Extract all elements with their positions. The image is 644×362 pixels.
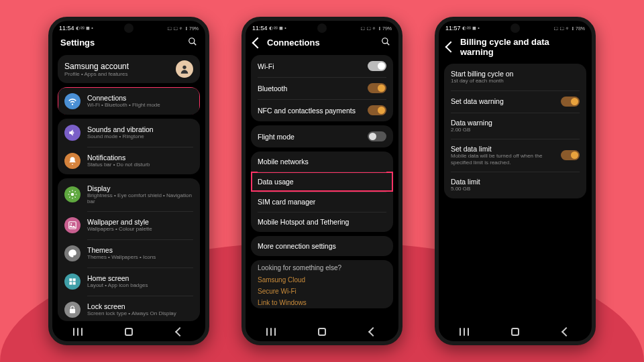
svg-rect-9 (70, 309, 75, 313)
status-time: 11:54 ◐ ✉ ◼ • (59, 25, 93, 32)
nav-recent[interactable] (68, 326, 88, 337)
settings-row-mobile-hotspot-and-tethering[interactable]: Mobile Hotspot and Tethering (251, 212, 393, 232)
phone-0: 11:54 ◐ ✉ ◼ •⬚ ⬚ ᯤ ⫿ 79%SettingsSamsung … (48, 17, 209, 345)
nav-home[interactable] (505, 326, 525, 337)
back-icon[interactable] (445, 42, 456, 53)
settings-row-more-connection-settings[interactable]: More connection settings (251, 236, 393, 256)
settings-row-data-limit[interactable]: Data limit5.00 GB (444, 172, 586, 198)
settings-row-nfc-and-contactless-payments[interactable]: NFC and contactless payments (251, 99, 393, 121)
row-sub: Wi-Fi • Bluetooth • Flight mode (87, 102, 193, 109)
row-title: Set data limit (451, 145, 554, 153)
row-sub: 5.00 GB (451, 186, 580, 192)
settings-row-data-warning[interactable]: Data warning2.00 GB (444, 113, 586, 139)
settings-group: Sounds and vibrationSound mode • Rington… (58, 119, 200, 174)
lock-icon (64, 302, 80, 318)
settings-row-sim-card-manager[interactable]: SIM card manager (251, 192, 393, 212)
nav-back[interactable] (556, 326, 576, 337)
toggle[interactable] (561, 97, 580, 107)
settings-row-sounds-and-vibration[interactable]: Sounds and vibrationSound mode • Rington… (58, 119, 200, 147)
search-icon[interactable] (381, 37, 390, 48)
settings-row-set-data-limit[interactable]: Set data limitMobile data will be turned… (444, 139, 586, 172)
themes-icon (64, 245, 80, 261)
svg-rect-7 (69, 282, 72, 285)
row-sub: Layout • App icon badges (87, 282, 193, 289)
settings-row-themes[interactable]: ThemesThemes • Wallpapers • Icons (58, 239, 200, 267)
settings-group: DisplayBrightness • Eye comfort shield •… (58, 178, 200, 321)
display-icon (64, 186, 80, 202)
settings-group: Wi-FiBluetoothNFC and contactless paymen… (251, 55, 393, 121)
nav-home[interactable] (312, 326, 332, 337)
toggle[interactable] (368, 131, 386, 141)
settings-row-set-data-warning[interactable]: Set data warning (444, 90, 586, 113)
phone-2: 11:57 ◐ ✉ ◼ •⬚ ⬚ ᯤ ⫿ 78%Billing cycle an… (435, 17, 596, 345)
settings-row-wi-fi[interactable]: Wi-Fi (251, 55, 393, 77)
toggle[interactable] (368, 105, 386, 115)
nav-bar (52, 321, 205, 341)
row-title: Data limit (451, 178, 580, 186)
row-title: Mobile networks (258, 158, 386, 166)
settings-group: Start billing cycle on1st day of each mo… (444, 64, 586, 198)
back-icon[interactable] (252, 37, 264, 48)
help-link[interactable]: Link to Windows (251, 297, 393, 308)
wallpaper-icon (64, 217, 80, 233)
status-right: ⬚ ⬚ ᯤ ⫿ 79% (360, 26, 392, 31)
toggle[interactable] (561, 150, 580, 160)
help-link[interactable]: Samsung Cloud (251, 274, 393, 286)
settings-row-connections[interactable]: ConnectionsWi-Fi • Bluetooth • Flight mo… (58, 87, 200, 115)
svg-rect-5 (69, 278, 72, 281)
settings-row-wallpaper-and-style[interactable]: Wallpaper and styleWallpapers • Colour p… (58, 211, 200, 239)
row-title: NFC and contactless payments (258, 107, 361, 115)
row-sub: Screen lock type • Always On Display (87, 310, 193, 317)
nav-bar (439, 321, 592, 341)
help-link[interactable]: Secure Wi-Fi (251, 286, 393, 297)
help-heading: Looking for something else? (251, 260, 393, 274)
row-title: Notifications (87, 154, 193, 162)
toggle[interactable] (368, 61, 386, 71)
row-title: Bluetooth (258, 84, 361, 93)
account-sub: Profile • Apps and features (64, 71, 170, 77)
account-card[interactable]: Samsung accountProfile • Apps and featur… (58, 55, 200, 83)
row-sub: Wallpapers • Colour palette (87, 226, 193, 233)
nav-back[interactable] (363, 326, 383, 337)
settings-row-data-usage[interactable]: Data usage (251, 172, 393, 192)
row-title: Connections (87, 94, 193, 102)
settings-row-flight-mode[interactable]: Flight mode (251, 125, 393, 147)
settings-group: Mobile networksData usageSIM card manage… (251, 152, 393, 232)
settings-row-notifications[interactable]: NotificationsStatus bar • Do not disturb (58, 147, 200, 174)
settings-row-display[interactable]: DisplayBrightness • Eye comfort shield •… (58, 178, 200, 211)
phone-1: 11:54 ◐ ✉ ◼ •⬚ ⬚ ᯤ ⫿ 79%ConnectionsWi-Fi… (241, 17, 402, 345)
settings-row-lock-screen[interactable]: Lock screenScreen lock type • Always On … (58, 296, 200, 321)
nav-recent[interactable] (261, 326, 281, 337)
search-icon[interactable] (188, 37, 197, 48)
nav-bar (246, 321, 398, 341)
avatar[interactable] (176, 60, 193, 78)
nav-home[interactable] (119, 326, 139, 337)
svg-rect-8 (73, 282, 76, 285)
row-title: SIM card manager (258, 198, 386, 206)
status-bar: 11:54 ◐ ✉ ◼ •⬚ ⬚ ᯤ ⫿ 79% (246, 21, 398, 33)
svg-point-2 (71, 193, 74, 196)
settings-row-bluetooth[interactable]: Bluetooth (251, 77, 393, 99)
status-bar: 11:57 ◐ ✉ ◼ •⬚ ⬚ ᯤ ⫿ 78% (439, 21, 592, 33)
svg-point-1 (182, 66, 186, 69)
row-sub: Sound mode • Ringtone (87, 133, 193, 140)
settings-row-home-screen[interactable]: Home screenLayout • App icon badges (58, 267, 200, 296)
status-right: ⬚ ⬚ ᯤ ⫿ 79% (167, 26, 199, 31)
settings-group: More connection settings (251, 236, 393, 256)
row-title: Flight mode (258, 133, 361, 141)
nav-back[interactable] (170, 326, 190, 337)
toggle[interactable] (368, 83, 386, 93)
row-sub: Mobile data will be turned off when the … (451, 153, 554, 166)
help-card: Looking for something else?Samsung Cloud… (251, 260, 393, 308)
row-sub: Status bar • Do not disturb (87, 162, 193, 168)
nav-recent[interactable] (454, 326, 474, 337)
status-right: ⬚ ⬚ ᯤ ⫿ 78% (553, 26, 585, 31)
row-title: Set data warning (451, 97, 554, 105)
row-title: Home screen (87, 274, 193, 282)
row-title: Themes (87, 246, 193, 254)
bell-icon (64, 153, 80, 169)
settings-row-start-billing-cycle-on[interactable]: Start billing cycle on1st day of each mo… (444, 64, 586, 90)
header: Connections (251, 33, 393, 51)
row-title: Sounds and vibration (87, 125, 193, 133)
settings-row-mobile-networks[interactable]: Mobile networks (251, 152, 393, 172)
